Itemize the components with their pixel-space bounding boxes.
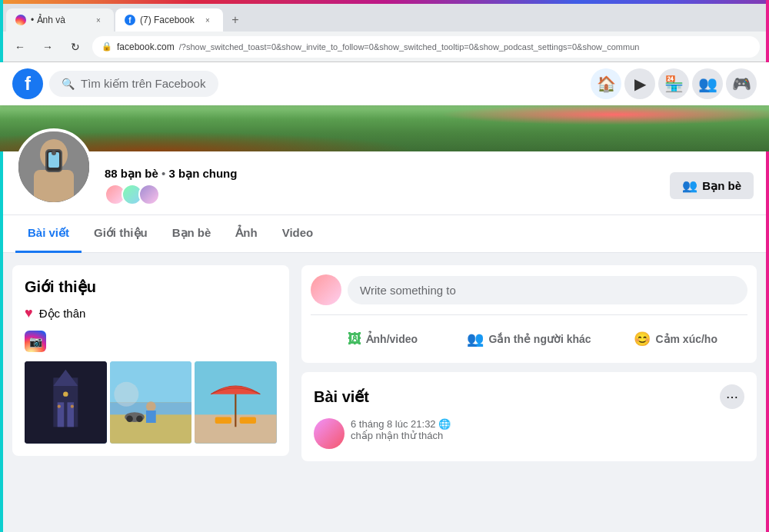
relationship-status: ♥ Độc thân bbox=[25, 305, 277, 321]
svg-point-13 bbox=[71, 405, 74, 408]
tab-instagram-close[interactable]: × bbox=[92, 14, 105, 26]
forward-button[interactable]: → bbox=[37, 36, 58, 58]
home-nav-button[interactable]: 🏠 bbox=[591, 68, 621, 99]
nav-icons: 🏠 ▶ 🏪 👥 🎮 bbox=[591, 68, 757, 99]
tab-facebook-label: (7) Facebook bbox=[140, 15, 195, 25]
post-item: 6 tháng 8 lúc 21:32 🌐 chấp nhận thử thác… bbox=[314, 418, 744, 449]
photo-3[interactable] bbox=[195, 361, 277, 444]
tab-about[interactable]: Giới thiệu bbox=[82, 215, 160, 253]
photo-3-svg bbox=[195, 361, 277, 444]
feeling-button[interactable]: 😊 Cảm xúc/ho bbox=[604, 324, 747, 354]
reload-button[interactable]: ↻ bbox=[65, 36, 86, 58]
cover-bg bbox=[0, 105, 769, 151]
avatar-image bbox=[18, 131, 89, 202]
friend-avatar-3 bbox=[138, 184, 160, 205]
tab-facebook-close[interactable]: × bbox=[201, 14, 214, 26]
gaming-nav-button[interactable]: 🎮 bbox=[726, 68, 757, 99]
intro-title: Giới thiệu bbox=[25, 278, 277, 296]
cover-photo bbox=[0, 105, 769, 151]
posts-header: Bài viết ⋯ bbox=[314, 384, 744, 409]
svg-point-21 bbox=[126, 415, 133, 422]
svg-point-17 bbox=[114, 382, 138, 407]
tab-instagram-label: • Ảnh và bbox=[31, 15, 65, 25]
profile-actions: 👥 Bạn bè bbox=[670, 172, 754, 205]
search-icon: 🔍 bbox=[62, 78, 75, 90]
facebook-logo[interactable]: f bbox=[12, 68, 43, 99]
photo-1[interactable] bbox=[25, 361, 107, 444]
svg-point-18 bbox=[146, 401, 156, 411]
write-post-actions: 🖼 Ảnh/video 👥 Gắn thẻ người khác 😊 Cảm x… bbox=[311, 314, 747, 354]
tab-bar: • Ảnh và × f (7) Facebook × + bbox=[0, 4, 769, 32]
main-content: Giới thiệu ♥ Độc thân 📷 bbox=[0, 253, 769, 532]
post-preview: chấp nhận thử thách bbox=[351, 430, 451, 441]
post-privacy-icon: 🌐 bbox=[438, 418, 451, 430]
post-time: 6 tháng 8 lúc 21:32 🌐 bbox=[351, 418, 451, 430]
friend-icon: 👥 bbox=[682, 178, 697, 193]
tab-friends[interactable]: Bạn bè bbox=[160, 215, 224, 253]
photo-video-label: Ảnh/video bbox=[366, 333, 418, 345]
facebook-tab-icon: f bbox=[125, 15, 135, 25]
marketplace-nav-button[interactable]: 🏪 bbox=[658, 68, 689, 99]
photo-2[interactable] bbox=[110, 361, 192, 444]
post-meta: 6 tháng 8 lúc 21:32 🌐 chấp nhận thử thác… bbox=[351, 418, 451, 441]
instagram-link[interactable]: 📷 bbox=[25, 331, 277, 352]
watch-nav-button[interactable]: ▶ bbox=[624, 68, 655, 99]
groups-nav-button[interactable]: 👥 bbox=[692, 68, 723, 99]
svg-point-12 bbox=[58, 405, 61, 408]
left-panel: Giới thiệu ♥ Độc thân 📷 bbox=[12, 265, 289, 532]
photo-2-svg bbox=[110, 361, 192, 444]
friend-button[interactable]: 👥 Bạn bè bbox=[670, 172, 754, 199]
profile-info: 88 bạn bè • 3 bạn chung 👥 Bạn bè bbox=[0, 151, 769, 214]
profile-avatar bbox=[15, 128, 92, 205]
status-text: Độc thân bbox=[39, 307, 86, 321]
posts-section: Bài viết ⋯ 6 tháng 8 lúc 21:32 🌐 chấp nh… bbox=[301, 372, 757, 461]
photo-1-svg bbox=[25, 361, 107, 444]
tab-instagram[interactable]: • Ảnh và × bbox=[6, 8, 114, 32]
tag-people-label: Gắn thẻ người khác bbox=[488, 333, 591, 345]
friends-count-text: 88 bạn bè bbox=[105, 167, 158, 180]
tab-facebook[interactable]: f (7) Facebook × bbox=[115, 8, 223, 32]
profile-section: 88 bạn bè • 3 bạn chung 👥 Bạn bè Bài viế… bbox=[0, 105, 769, 253]
avatar-svg bbox=[18, 131, 89, 202]
right-panel: Write something to 🖼 Ảnh/video 👥 Gắn thẻ… bbox=[301, 265, 757, 532]
tag-people-button[interactable]: 👥 Gắn thẻ người khác bbox=[458, 324, 601, 354]
tag-people-icon: 👥 bbox=[467, 331, 484, 347]
heart-icon: ♥ bbox=[25, 305, 33, 321]
back-button[interactable]: ← bbox=[9, 36, 31, 58]
current-user-avatar bbox=[311, 274, 341, 305]
browser-chrome: • Ảnh và × f (7) Facebook × + ← → ↻ 🔒 fa… bbox=[0, 0, 769, 62]
svg-point-22 bbox=[136, 415, 143, 422]
svg-rect-2 bbox=[34, 170, 74, 202]
write-post-top: Write something to bbox=[311, 274, 747, 305]
intro-card: Giới thiệu ♥ Độc thân 📷 bbox=[12, 265, 289, 456]
feeling-icon: 😊 bbox=[634, 331, 651, 347]
friend-button-label: Bạn bè bbox=[702, 179, 741, 193]
photo-video-button[interactable]: 🖼 Ảnh/video bbox=[311, 324, 454, 354]
profile-tabs: Bài viết Giới thiệu Bạn bè Ảnh Video bbox=[0, 214, 769, 252]
facebook-search-bar[interactable]: 🔍 Tìm kiếm trên Facebook bbox=[49, 71, 218, 97]
tab-posts[interactable]: Bài viết bbox=[15, 215, 82, 253]
friends-count: 88 bạn bè • 3 bạn chung bbox=[105, 167, 657, 181]
posts-title: Bài viết bbox=[314, 387, 369, 406]
feeling-label: Cảm xúc/ho bbox=[655, 333, 717, 345]
url-domain: facebook.com bbox=[117, 42, 175, 52]
svg-rect-19 bbox=[146, 411, 156, 423]
svg-point-11 bbox=[63, 391, 68, 396]
tab-photos[interactable]: Ảnh bbox=[223, 215, 269, 253]
photo-video-icon: 🖼 bbox=[348, 331, 361, 347]
svg-point-5 bbox=[52, 151, 56, 155]
tab-videos[interactable]: Video bbox=[270, 215, 326, 253]
new-tab-button[interactable]: + bbox=[225, 9, 246, 31]
svg-rect-26 bbox=[215, 417, 231, 424]
write-post-input[interactable]: Write something to bbox=[348, 276, 747, 304]
facebook-navbar: f 🔍 Tìm kiếm trên Facebook 🏠 ▶ 🏪 👥 🎮 bbox=[0, 62, 769, 105]
profile-details: 88 bạn bè • 3 bạn chung bbox=[105, 167, 657, 205]
posts-filter-button[interactable]: ⋯ bbox=[720, 384, 744, 409]
url-bar[interactable]: 🔒 facebook.com /?show_switched_toast=0&s… bbox=[92, 36, 760, 58]
svg-rect-27 bbox=[240, 417, 256, 424]
mutual-friends-text: 3 bạn chung bbox=[168, 167, 237, 180]
lock-icon: 🔒 bbox=[102, 42, 112, 52]
instagram-icon[interactable]: 📷 bbox=[25, 331, 46, 352]
url-path: /?show_switched_toast=0&show_invite_to_f… bbox=[179, 42, 640, 52]
address-bar: ← → ↻ 🔒 facebook.com /?show_switched_toa… bbox=[0, 32, 769, 62]
